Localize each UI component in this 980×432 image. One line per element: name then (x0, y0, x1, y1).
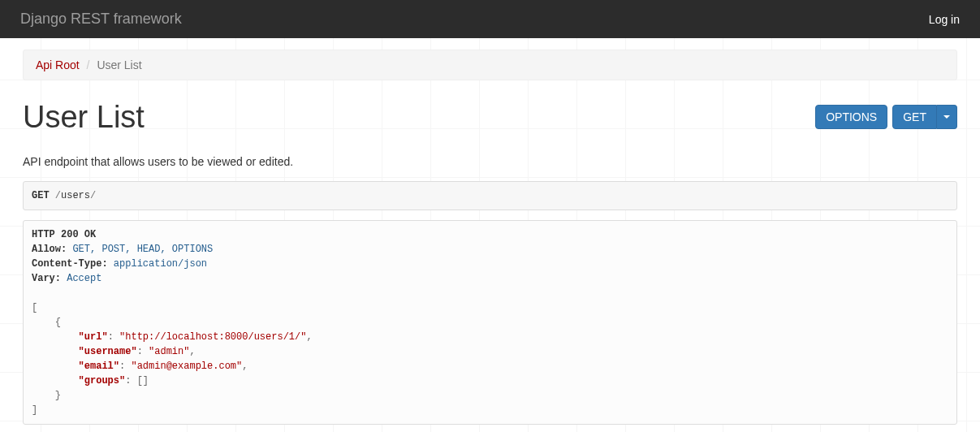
response-box: HTTP 200 OK Allow: GET, POST, HEAD, OPTI… (23, 220, 957, 425)
breadcrumb: Api Root / User List (23, 50, 957, 80)
action-buttons: OPTIONS GET (815, 105, 957, 129)
request-box: GET /users/ (23, 181, 957, 210)
body-object-open: { (32, 317, 61, 328)
body-bracket-close: ] (32, 404, 37, 416)
options-button[interactable]: OPTIONS (815, 105, 887, 129)
request-method: GET (32, 190, 50, 201)
header-vary-value: Accept (67, 273, 101, 284)
header-contenttype-value: application/json (114, 258, 207, 270)
get-button-group: GET (892, 105, 957, 129)
key-username: "username" (79, 346, 137, 357)
navbar-brand[interactable]: Django REST framework (20, 9, 182, 30)
get-dropdown-toggle[interactable] (937, 105, 957, 129)
header-contenttype-key: Content-Type: (32, 258, 108, 270)
navbar: Django REST framework Log in (0, 0, 980, 38)
key-url: "url" (79, 331, 108, 343)
request-path-mid: users (61, 190, 90, 201)
request-path-pre: / (50, 190, 61, 201)
caret-down-icon (943, 115, 950, 119)
breadcrumb-current: User List (97, 58, 141, 71)
response-status: HTTP 200 OK (32, 229, 96, 240)
breadcrumb-root[interactable]: Api Root (36, 58, 80, 71)
breadcrumb-separator: / (83, 58, 94, 71)
value-groups: [] (137, 375, 149, 387)
login-link[interactable]: Log in (929, 11, 960, 28)
request-path-suf: / (90, 190, 96, 201)
value-username: "admin" (149, 346, 189, 357)
value-url[interactable]: "http://localhost:8000/users/1/" (119, 331, 306, 343)
get-button[interactable]: GET (892, 105, 937, 129)
endpoint-description: API endpoint that allows users to be vie… (23, 153, 957, 170)
page-title: User List (23, 95, 145, 139)
key-email: "email" (79, 361, 119, 372)
header-allow-key: Allow: (32, 244, 67, 255)
header-allow-value: GET, POST, HEAD, OPTIONS (72, 244, 213, 255)
body-object-close: } (32, 390, 61, 401)
header-vary-key: Vary: (32, 273, 61, 284)
key-groups: "groups" (79, 375, 126, 387)
body-bracket-open: [ (32, 302, 37, 313)
value-email: "admin@example.com" (131, 361, 242, 372)
